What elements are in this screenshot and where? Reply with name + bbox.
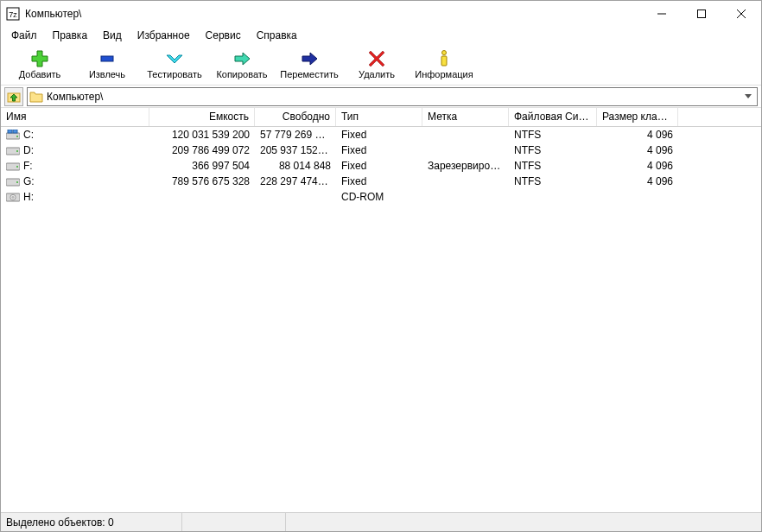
cell-capacity: 120 031 539 200 (149, 128, 255, 142)
up-arrow-icon (7, 90, 21, 104)
svg-rect-11 (8, 130, 12, 133)
svg-text:7z: 7z (9, 10, 17, 19)
rows-container: C:120 031 539 20057 779 269 632FixedNTFS… (1, 127, 761, 205)
extract-button[interactable]: Извлечь (73, 46, 141, 84)
table-row[interactable]: D:209 786 499 072205 937 152 000FixedNTF… (1, 142, 761, 158)
titlebar: 7z Компьютер\ (1, 1, 761, 27)
list-header: Имя Емкость Свободно Тип Метка Файловая … (1, 108, 761, 127)
table-row[interactable]: F:366 997 50488 014 848FixedЗарезервиров… (1, 158, 761, 174)
menubar: Файл Правка Вид Избранное Сервис Справка (1, 27, 761, 44)
path-input[interactable] (47, 91, 741, 103)
col-type[interactable]: Тип (336, 108, 422, 126)
svg-point-17 (16, 166, 18, 168)
col-capacity[interactable]: Емкость (149, 108, 255, 126)
svg-point-19 (16, 181, 18, 183)
minimize-button[interactable] (642, 1, 682, 27)
cell-filesystem: NTFS (509, 143, 597, 157)
window-title: Компьютер\ (25, 8, 642, 20)
info-button[interactable]: Информация (410, 46, 478, 84)
cell-label (422, 196, 509, 198)
col-cluster[interactable]: Размер класте... (597, 108, 678, 126)
plus-icon (29, 50, 50, 67)
cell-name: C: (1, 128, 149, 142)
cell-filesystem: NTFS (509, 159, 597, 173)
menu-favorites[interactable]: Избранное (130, 28, 197, 43)
table-row[interactable]: C:120 031 539 20057 779 269 632FixedNTFS… (1, 127, 761, 142)
drive-icon (6, 145, 20, 155)
drive-icon (6, 161, 20, 171)
app-window: 7z Компьютер\ Файл Правка Вид Избранное … (0, 0, 762, 532)
x-icon (366, 50, 387, 67)
test-label: Тестировать (147, 69, 202, 79)
cell-type: Fixed (336, 174, 422, 188)
status-extra-1 (182, 513, 286, 531)
cell-cluster: 4 096 (597, 174, 678, 188)
cell-name: F: (1, 159, 149, 173)
cell-type: Fixed (336, 143, 422, 157)
cell-free: 57 779 269 632 (255, 128, 336, 142)
drive-icon (6, 176, 20, 187)
file-list[interactable]: Имя Емкость Свободно Тип Метка Файловая … (1, 108, 761, 512)
move-label: Переместить (280, 69, 338, 79)
cell-free: 228 297 474 048 (255, 174, 336, 188)
up-button[interactable] (4, 87, 23, 106)
status-extra-2 (286, 513, 761, 531)
arrow-right-outline-icon (232, 50, 252, 67)
app-icon: 7z (6, 7, 20, 21)
cell-label: Зарезервиров... (422, 159, 509, 173)
cell-cluster: 4 096 (597, 143, 678, 157)
col-free[interactable]: Свободно (255, 108, 336, 126)
menu-file[interactable]: Файл (4, 28, 44, 43)
add-button[interactable]: Добавить (6, 46, 73, 84)
pathbar (1, 86, 761, 108)
cell-cluster: 4 096 (597, 128, 678, 142)
col-name[interactable]: Имя (1, 108, 149, 126)
menu-view[interactable]: Вид (96, 28, 129, 43)
cell-filesystem: NTFS (509, 174, 597, 188)
cell-free: 88 014 848 (255, 159, 336, 173)
info-label: Информация (415, 69, 473, 79)
toolbar: Добавить Извлечь Тестировать Копировать … (1, 44, 761, 86)
close-button[interactable] (721, 1, 761, 27)
svg-point-15 (16, 150, 18, 152)
delete-label: Удалить (359, 69, 395, 79)
minus-icon (97, 50, 117, 67)
folder-icon (29, 90, 43, 104)
svg-rect-3 (698, 10, 706, 18)
cell-type: Fixed (336, 128, 422, 142)
copy-button[interactable]: Копировать (208, 46, 276, 84)
move-button[interactable]: Переместить (276, 46, 343, 84)
chevron-down-icon[interactable] (741, 94, 755, 99)
status-selected: Выделено объектов: 0 (1, 513, 182, 531)
svg-point-13 (16, 136, 18, 137)
check-icon (164, 50, 185, 67)
arrow-right-icon (299, 50, 320, 67)
drive-icon (6, 192, 20, 202)
col-label[interactable]: Метка (422, 108, 509, 126)
extract-label: Извлечь (89, 69, 125, 79)
menu-edit[interactable]: Правка (46, 28, 95, 43)
path-combo[interactable] (27, 87, 758, 106)
table-row[interactable]: G:789 576 675 328228 297 474 048FixedNTF… (1, 174, 761, 189)
cell-name: H: (1, 190, 149, 204)
cell-label (422, 134, 509, 136)
col-filesystem[interactable]: Файловая Сис... (509, 108, 597, 126)
copy-label: Копировать (216, 69, 267, 79)
delete-button[interactable]: Удалить (343, 46, 410, 84)
cell-capacity: 789 576 675 328 (149, 174, 255, 188)
cell-capacity (149, 196, 255, 198)
test-button[interactable]: Тестировать (141, 46, 208, 84)
cell-filesystem (509, 196, 597, 198)
window-controls (642, 1, 761, 27)
cell-filesystem: NTFS (509, 128, 597, 142)
cell-label (422, 180, 509, 182)
cell-free: 205 937 152 000 (255, 143, 336, 157)
table-row[interactable]: H:CD-ROM (1, 189, 761, 205)
maximize-button[interactable] (682, 1, 721, 27)
menu-help[interactable]: Справка (250, 28, 304, 43)
svg-point-7 (442, 50, 447, 54)
cell-free (255, 196, 336, 198)
statusbar: Выделено объектов: 0 (1, 512, 761, 531)
menu-tools[interactable]: Сервис (199, 28, 248, 43)
add-label: Добавить (19, 69, 61, 79)
